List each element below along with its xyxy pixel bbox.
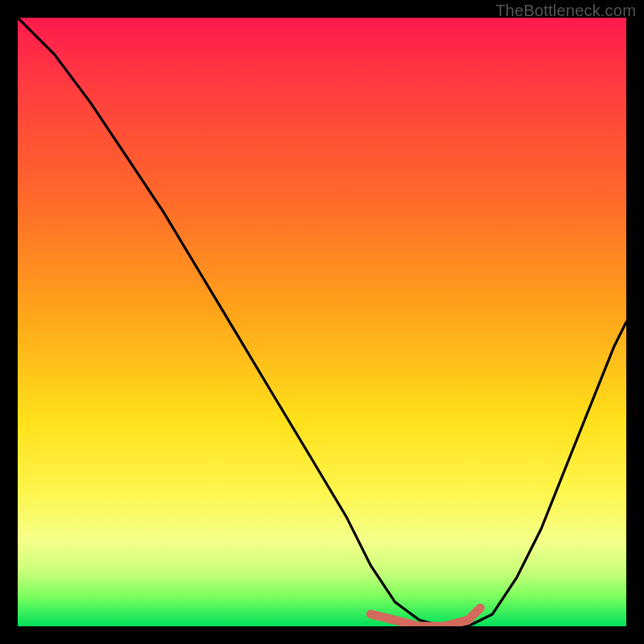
chart-frame: TheBottleneck.com [0,0,644,644]
bottleneck-curve [18,18,626,626]
curve-highlight [371,608,481,626]
plot-area [18,18,626,626]
curve-line [18,18,626,626]
